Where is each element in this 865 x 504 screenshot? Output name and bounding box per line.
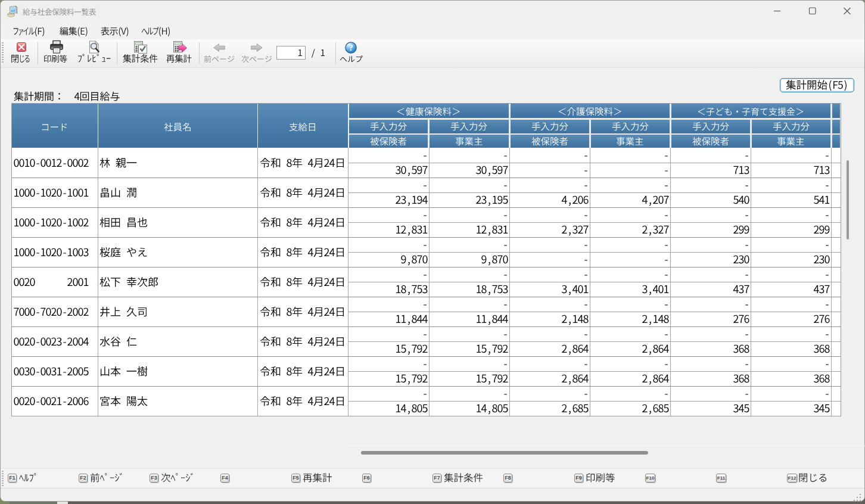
svg-text:?: ? bbox=[349, 43, 353, 52]
